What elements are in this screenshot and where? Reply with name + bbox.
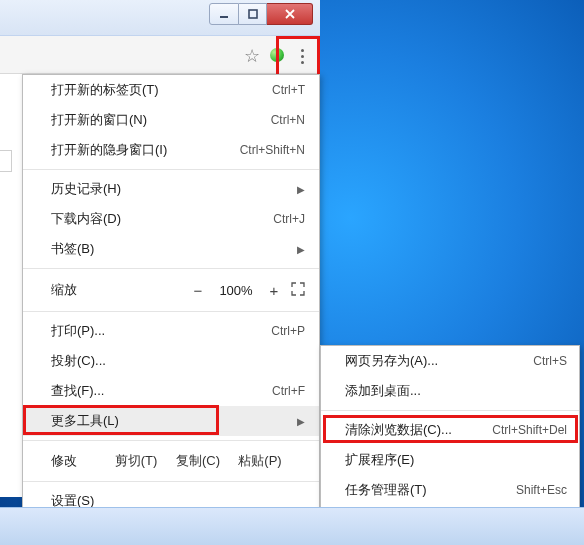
menu-item-accel: Ctrl+Shift+N <box>240 143 305 157</box>
menu-new-tab[interactable]: 打开新的标签页(T) Ctrl+T <box>23 75 319 105</box>
menu-find[interactable]: 查找(F)... Ctrl+F <box>23 376 319 406</box>
menu-item-accel: Ctrl+T <box>272 83 305 97</box>
menu-item-accel: Ctrl+Shift+Del <box>492 423 567 437</box>
menu-item-accel: Ctrl+N <box>271 113 305 127</box>
menu-print[interactable]: 打印(P)... Ctrl+P <box>23 316 319 346</box>
menu-item-label: 查找(F)... <box>51 382 272 400</box>
menu-zoom-row: 缩放 − 100% + <box>23 273 319 307</box>
maximize-button[interactable] <box>239 3 267 25</box>
minimize-button[interactable] <box>209 3 239 25</box>
svg-rect-1 <box>220 16 228 18</box>
menu-item-label: 网页另存为(A)... <box>345 352 533 370</box>
menu-separator <box>23 311 319 312</box>
menu-item-accel: Shift+Esc <box>516 483 567 497</box>
menu-new-incognito[interactable]: 打开新的隐身窗口(I) Ctrl+Shift+N <box>23 135 319 165</box>
browser-toolbar: ☆ <box>0 36 320 74</box>
menu-bookmarks[interactable]: 书签(B) ▶ <box>23 234 319 264</box>
menu-new-window[interactable]: 打开新的窗口(N) Ctrl+N <box>23 105 319 135</box>
menu-item-label: 更多工具(L) <box>51 412 291 430</box>
menu-separator <box>321 410 579 411</box>
svg-rect-2 <box>249 10 257 18</box>
paste-button[interactable]: 粘贴(P) <box>229 452 291 470</box>
submenu-add-to-desktop[interactable]: 添加到桌面... <box>321 376 579 406</box>
menu-downloads[interactable]: 下载内容(D) Ctrl+J <box>23 204 319 234</box>
submenu-save-page-as[interactable]: 网页另存为(A)... Ctrl+S <box>321 346 579 376</box>
menu-item-label: 打开新的标签页(T) <box>51 81 272 99</box>
menu-item-label: 打开新的窗口(N) <box>51 111 271 129</box>
menu-item-label: 任务管理器(T) <box>345 481 516 499</box>
menu-item-label: 下载内容(D) <box>51 210 273 228</box>
zoom-in-button[interactable]: + <box>261 282 287 299</box>
partial-offscreen-element <box>0 150 12 172</box>
fullscreen-icon[interactable] <box>287 282 309 299</box>
zoom-out-button[interactable]: − <box>185 282 211 299</box>
zoom-percent: 100% <box>211 283 261 298</box>
chrome-main-menu: 打开新的标签页(T) Ctrl+T 打开新的窗口(N) Ctrl+N 打开新的隐… <box>22 74 320 545</box>
menu-item-label: 扩展程序(E) <box>345 451 567 469</box>
submenu-arrow-icon: ▶ <box>297 416 305 427</box>
bookmark-star-icon[interactable]: ☆ <box>244 45 260 67</box>
menu-item-accel: Ctrl+F <box>272 384 305 398</box>
menu-separator <box>23 169 319 170</box>
menu-item-label: 投射(C)... <box>51 352 305 370</box>
window-controls <box>209 3 313 25</box>
window-titlebar <box>0 0 320 36</box>
submenu-extensions[interactable]: 扩展程序(E) <box>321 445 579 475</box>
submenu-clear-browsing-data[interactable]: 清除浏览数据(C)... Ctrl+Shift+Del <box>321 415 579 445</box>
extension-globe-icon[interactable] <box>270 48 284 62</box>
submenu-task-manager[interactable]: 任务管理器(T) Shift+Esc <box>321 475 579 505</box>
menu-history[interactable]: 历史记录(H) ▶ <box>23 174 319 204</box>
chrome-menu-button[interactable] <box>289 43 315 69</box>
menu-item-label: 书签(B) <box>51 240 291 258</box>
menu-item-accel: Ctrl+P <box>271 324 305 338</box>
submenu-arrow-icon: ▶ <box>297 184 305 195</box>
menu-separator <box>23 440 319 441</box>
submenu-arrow-icon: ▶ <box>297 244 305 255</box>
menu-item-label: 历史记录(H) <box>51 180 291 198</box>
close-button[interactable] <box>267 3 313 25</box>
menu-separator <box>23 268 319 269</box>
menu-item-label: 打开新的隐身窗口(I) <box>51 141 240 159</box>
windows-taskbar[interactable] <box>0 507 584 545</box>
cut-button[interactable]: 剪切(T) <box>105 452 167 470</box>
menu-cast[interactable]: 投射(C)... <box>23 346 319 376</box>
menu-item-label: 添加到桌面... <box>345 382 567 400</box>
menu-more-tools[interactable]: 更多工具(L) ▶ <box>23 406 319 436</box>
menu-edit-row: 修改 剪切(T) 复制(C) 粘贴(P) <box>23 445 319 477</box>
edit-label: 修改 <box>51 452 105 470</box>
menu-item-accel: Ctrl+S <box>533 354 567 368</box>
menu-item-accel: Ctrl+J <box>273 212 305 226</box>
menu-item-label: 清除浏览数据(C)... <box>345 421 492 439</box>
menu-item-label: 打印(P)... <box>51 322 271 340</box>
copy-button[interactable]: 复制(C) <box>167 452 229 470</box>
menu-separator <box>23 481 319 482</box>
zoom-label: 缩放 <box>51 281 185 299</box>
